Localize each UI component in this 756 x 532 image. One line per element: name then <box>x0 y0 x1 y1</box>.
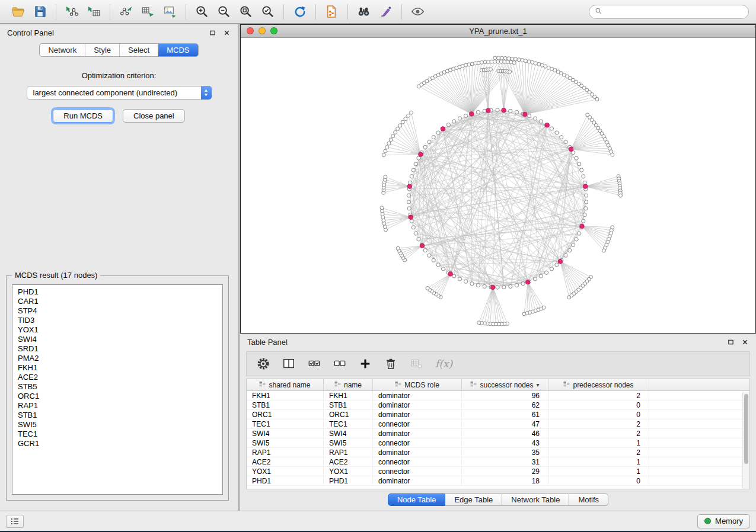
table-cell: ORC1 <box>247 410 324 419</box>
table-scrollbar-thumb[interactable] <box>744 394 748 464</box>
mcds-result-item[interactable]: STP4 <box>12 306 222 316</box>
table-cell: FKH1 <box>324 391 373 400</box>
tab-style[interactable]: Style <box>85 44 119 56</box>
export-image-icon[interactable] <box>159 2 181 21</box>
table-cell-filler <box>649 448 749 457</box>
table-row[interactable]: FKH1FKH1dominator962 <box>247 391 749 400</box>
table-row[interactable]: SWI5SWI5connector431 <box>247 438 749 448</box>
close-panel-icon[interactable] <box>222 28 231 37</box>
mcds-result-item[interactable]: ACE2 <box>12 373 222 382</box>
table-cell: RAP1 <box>324 448 373 457</box>
search-box[interactable] <box>589 5 749 19</box>
select-all-rows-icon[interactable] <box>308 357 321 370</box>
network-canvas[interactable] <box>241 38 755 333</box>
maximize-window-icon[interactable] <box>270 27 277 34</box>
table-row[interactable]: PHD1PHD1dominator180 <box>247 476 749 486</box>
mcds-result-item[interactable]: CAR1 <box>12 297 222 306</box>
table-row[interactable]: TEC1TEC1connector472 <box>247 419 749 429</box>
optimization-criterion-dropdown[interactable]: largest connected component (undirected) <box>27 86 212 100</box>
mcds-result-item[interactable]: SWI5 <box>12 420 222 430</box>
table-cell: ACE2 <box>247 457 324 466</box>
mcds-result-item[interactable]: STB5 <box>12 382 222 392</box>
import-network-icon[interactable] <box>61 2 83 21</box>
delete-table-icon <box>410 357 423 370</box>
column-header-successor-nodes[interactable]: successor nodes▾ <box>462 379 548 390</box>
mcds-result-item[interactable]: STB1 <box>12 411 222 420</box>
table-cell: SWI5 <box>324 438 373 447</box>
memory-status-dot-icon <box>704 518 711 524</box>
status-menu-icon[interactable] <box>6 515 24 528</box>
mcds-result-item[interactable]: TEC1 <box>12 430 222 439</box>
mcds-result-item[interactable]: YOX1 <box>12 325 222 335</box>
show-columns-icon[interactable] <box>282 357 295 370</box>
close-window-icon[interactable] <box>247 27 254 34</box>
mcds-result-item[interactable]: RAP1 <box>12 401 222 411</box>
mcds-result-item[interactable]: GCR1 <box>12 439 222 448</box>
table-row[interactable]: STB1STB1dominator620 <box>247 400 749 410</box>
mcds-result-title: MCDS result (17 nodes) <box>12 271 100 280</box>
minimize-window-icon[interactable] <box>259 27 266 34</box>
export-network-icon[interactable] <box>115 2 137 21</box>
annotation-icon[interactable] <box>375 2 397 21</box>
column-header-name[interactable]: name <box>324 379 373 390</box>
share-document-icon[interactable] <box>321 2 343 21</box>
tab-edge-table[interactable]: Edge Table <box>445 493 502 506</box>
network-window-titlebar: YPA_prune.txt_1 <box>241 25 755 38</box>
zoom-fit-icon[interactable] <box>235 2 257 21</box>
table-row[interactable]: RAP1RAP1dominator352 <box>247 448 749 457</box>
table-scrollbar[interactable] <box>742 392 749 489</box>
tab-motifs[interactable]: Motifs <box>569 493 608 506</box>
search-input[interactable] <box>605 7 743 17</box>
zoom-out-icon[interactable] <box>213 2 235 21</box>
memory-button[interactable]: Memory <box>697 514 750 528</box>
open-file-icon[interactable] <box>7 2 29 21</box>
run-mcds-button[interactable]: Run MCDS <box>53 109 113 123</box>
show-hide-icon[interactable] <box>407 2 429 21</box>
column-header-predecessor-nodes[interactable]: predecessor nodes <box>548 379 649 390</box>
delete-column-trash-icon[interactable] <box>384 357 397 370</box>
import-table-icon[interactable] <box>83 2 105 21</box>
tab-node-table[interactable]: Node Table <box>388 493 446 506</box>
table-cell: PHD1 <box>324 476 373 485</box>
network-window: YPA_prune.txt_1 <box>240 24 756 334</box>
column-header-shared-name[interactable]: shared name <box>247 379 324 390</box>
tab-select[interactable]: Select <box>119 44 158 56</box>
table-row[interactable]: SWI4SWI4dominator462 <box>247 429 749 438</box>
zoom-selected-icon[interactable] <box>257 2 279 21</box>
mcds-result-item[interactable]: ORC1 <box>12 392 222 401</box>
sort-descending-icon: ▾ <box>537 382 540 388</box>
add-column-icon[interactable] <box>359 357 372 370</box>
mcds-result-item[interactable]: PHD1 <box>12 287 222 297</box>
tab-network-table[interactable]: Network Table <box>502 493 569 506</box>
close-panel-button[interactable]: Close panel <box>123 109 185 123</box>
mcds-result-item[interactable]: FKH1 <box>12 363 222 373</box>
float-panel-icon[interactable] <box>208 28 216 37</box>
export-table-icon[interactable] <box>137 2 159 21</box>
toolbar-separator <box>186 4 186 20</box>
zoom-in-icon[interactable] <box>191 2 213 21</box>
save-session-icon[interactable] <box>29 2 51 21</box>
column-header-MCDS-role[interactable]: MCDS role <box>373 379 462 390</box>
table-row[interactable]: YOX1YOX1connector291 <box>247 467 749 476</box>
binoculars-icon[interactable] <box>353 2 375 21</box>
table-cell: 29 <box>462 467 548 476</box>
mcds-result-item[interactable]: PMA2 <box>12 354 222 363</box>
table-cell: connector <box>373 467 462 476</box>
column-label: predecessor nodes <box>573 381 633 389</box>
close-table-panel-icon[interactable] <box>741 338 749 346</box>
float-table-panel-icon[interactable] <box>726 338 735 346</box>
table-cell: dominator <box>373 410 462 419</box>
refresh-icon[interactable] <box>289 2 311 21</box>
table-row[interactable]: ORC1ORC1dominator610 <box>247 410 749 419</box>
table-cell: TEC1 <box>324 419 373 428</box>
mcds-result-item[interactable]: SRD1 <box>12 344 222 354</box>
tab-mcds[interactable]: MCDS <box>158 44 197 56</box>
deselect-all-rows-icon[interactable] <box>333 357 346 370</box>
toolbar-separator <box>347 4 348 20</box>
mcds-result-item[interactable]: SWI4 <box>12 335 222 344</box>
table-settings-gear-icon[interactable] <box>257 357 270 370</box>
mcds-result-item[interactable]: TID3 <box>12 316 222 325</box>
table-cell: 0 <box>548 410 649 419</box>
table-row[interactable]: ACE2ACE2connector311 <box>247 457 749 467</box>
tab-network[interactable]: Network <box>40 44 85 56</box>
